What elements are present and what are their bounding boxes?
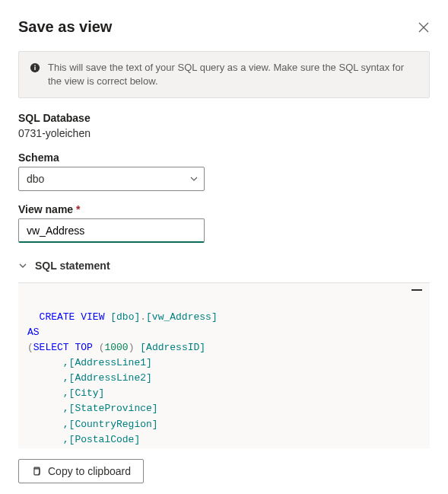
chevron-down-icon — [18, 261, 27, 270]
info-icon — [30, 62, 40, 73]
dialog-header: Save as view — [18, 18, 430, 36]
schema-label: Schema — [18, 151, 430, 164]
svg-rect-4 — [34, 65, 35, 66]
database-value: 0731-yoleichen — [18, 127, 430, 139]
database-label: SQL Database — [18, 112, 430, 124]
viewname-label: View name * — [18, 203, 430, 215]
dialog-title: Save as view — [18, 18, 112, 36]
svg-rect-3 — [34, 67, 35, 70]
sql-statement-toggle[interactable]: SQL statement — [18, 260, 430, 272]
minimap-indicator — [411, 289, 422, 291]
close-icon[interactable] — [418, 21, 430, 33]
schema-value: dbo — [27, 173, 44, 185]
copy-to-clipboard-button[interactable]: Copy to clipboard — [18, 459, 144, 483]
info-text: This will save the text of your SQL quer… — [48, 61, 418, 88]
copy-icon — [31, 466, 42, 476]
viewname-input[interactable] — [18, 218, 205, 243]
info-banner: This will save the text of your SQL quer… — [18, 51, 430, 98]
sql-statement-label: SQL statement — [35, 260, 110, 272]
schema-select[interactable]: dbo — [18, 167, 205, 191]
sql-code-editor[interactable]: CREATE VIEW [dbo].[vw_Address] AS (SELEC… — [18, 282, 430, 448]
required-marker: * — [76, 203, 80, 215]
copy-label: Copy to clipboard — [48, 465, 131, 477]
